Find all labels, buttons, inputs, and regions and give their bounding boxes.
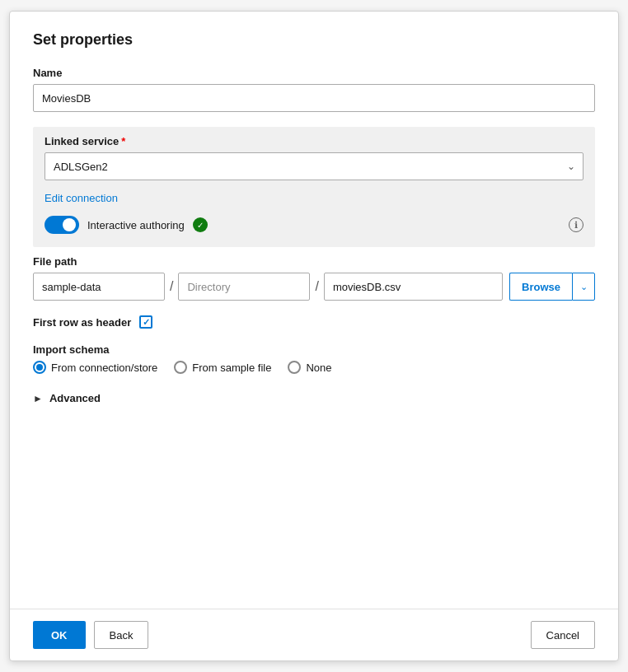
file-path-field-group: File path / / Browse ⌄ — [33, 255, 595, 301]
first-row-checkbox-row: First row as header ✓ — [33, 315, 595, 329]
browse-btn-group: Browse ⌄ — [509, 273, 595, 301]
authoring-status-icon: ✓ — [193, 217, 208, 232]
file-path-row: / / Browse ⌄ — [33, 273, 595, 301]
linked-service-section: Linked service* ADLSGen2 ⌄ Edit connecti… — [33, 127, 595, 247]
radio-from-connection-circle — [33, 361, 46, 374]
path-separator-1: / — [170, 279, 173, 294]
toggle-track — [45, 216, 79, 234]
import-schema-radio-group: From connection/store From sample file N… — [33, 361, 595, 374]
file-path-filename-input[interactable] — [324, 273, 503, 301]
chevron-right-icon: ► — [33, 393, 43, 404]
radio-from-connection[interactable]: From connection/store — [33, 361, 157, 374]
radio-from-sample[interactable]: From sample file — [174, 361, 271, 374]
first-row-label: First row as header — [33, 316, 131, 329]
linked-service-field-group: Linked service* ADLSGen2 ⌄ — [45, 135, 583, 180]
edit-connection-link[interactable]: Edit connection — [45, 192, 118, 204]
radio-from-sample-label: From sample file — [192, 362, 271, 374]
ok-button[interactable]: OK — [33, 621, 86, 649]
name-field-group: Name — [33, 67, 595, 112]
interactive-authoring-row: Interactive authoring ✓ ℹ — [45, 211, 583, 239]
name-input[interactable] — [33, 84, 595, 112]
file-path-label: File path — [33, 255, 595, 268]
set-properties-dialog: Set properties Name Linked service* ADLS… — [9, 11, 619, 661]
dialog-body: Set properties Name Linked service* ADLS… — [10, 12, 618, 609]
advanced-label: Advanced — [49, 392, 101, 404]
radio-from-sample-circle — [174, 361, 187, 374]
browse-chevron-icon: ⌄ — [580, 282, 588, 292]
first-row-field-group: First row as header ✓ — [33, 315, 595, 329]
dialog-title: Set properties — [33, 31, 595, 49]
name-label: Name — [33, 67, 595, 79]
radio-none-label: None — [306, 362, 331, 374]
check-mark-icon: ✓ — [143, 317, 150, 328]
interactive-authoring-toggle[interactable] — [45, 216, 79, 234]
info-icon[interactable]: ℹ — [569, 217, 583, 232]
first-row-checkbox[interactable]: ✓ — [139, 315, 152, 329]
file-path-directory-input[interactable] — [178, 273, 310, 301]
file-path-container-input[interactable] — [33, 273, 165, 301]
import-schema-field-group: Import schema From connection/store From… — [33, 343, 595, 374]
radio-from-connection-label: From connection/store — [51, 362, 157, 374]
linked-service-select[interactable]: ADLSGen2 — [45, 152, 583, 180]
browse-chevron-button[interactable]: ⌄ — [572, 273, 595, 301]
toggle-thumb — [63, 218, 76, 231]
interactive-authoring-label: Interactive authoring — [87, 219, 185, 231]
browse-button[interactable]: Browse — [509, 273, 572, 301]
radio-none-circle — [288, 361, 301, 374]
advanced-row[interactable]: ► Advanced — [33, 389, 595, 408]
import-schema-label: Import schema — [33, 343, 595, 356]
linked-service-label: Linked service* — [45, 135, 583, 147]
cancel-button[interactable]: Cancel — [531, 621, 595, 649]
path-separator-2: / — [315, 279, 318, 294]
radio-none[interactable]: None — [288, 361, 331, 374]
back-button[interactable]: Back — [94, 621, 149, 649]
dialog-footer: OK Back Cancel — [10, 609, 618, 660]
linked-service-select-wrapper: ADLSGen2 ⌄ — [45, 152, 583, 180]
